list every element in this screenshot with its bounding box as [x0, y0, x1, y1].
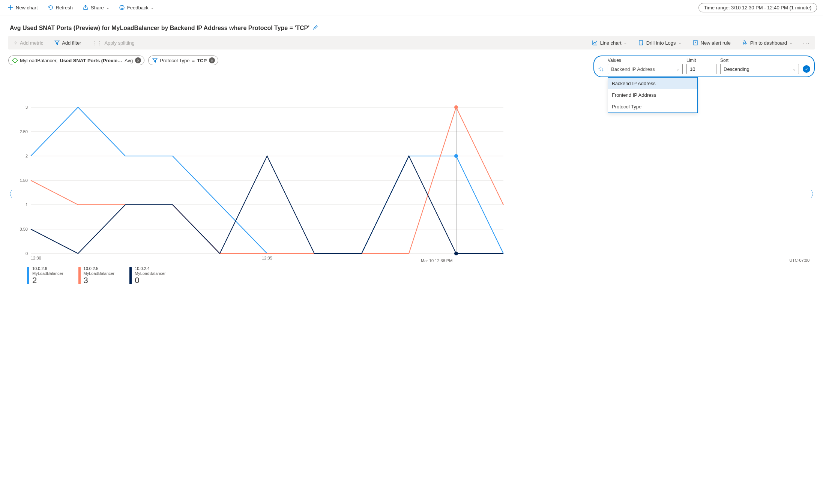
- split-option-protocol-type[interactable]: Protocol Type: [608, 101, 697, 112]
- add-metric-label: Add metric: [20, 40, 43, 46]
- values-label: Values: [608, 58, 683, 63]
- svg-point-7: [601, 67, 602, 68]
- chevron-down-icon: ⌄: [789, 41, 792, 45]
- legend-item[interactable]: 10.0.2.6 MyLoadBalancer 2: [27, 266, 63, 285]
- legend-resource: MyLoadBalancer: [84, 271, 115, 276]
- smiley-icon: [119, 4, 125, 10]
- remove-metric-button[interactable]: ✕: [135, 57, 141, 63]
- svg-text:1.50: 1.50: [20, 178, 28, 183]
- svg-text:3: 3: [26, 105, 28, 110]
- legend-series-name: 10.0.2.5: [84, 266, 115, 271]
- metric-resource: MyLoadBalancer,: [20, 58, 57, 63]
- metric-agg: Avg: [125, 58, 133, 63]
- legend-item[interactable]: 10.0.2.4 MyLoadBalancer 0: [129, 266, 166, 285]
- chart-type-button[interactable]: Line chart ⌄: [590, 38, 629, 47]
- chart-title: Avg Used SNAT Ports (Preview) for MyLoad…: [10, 25, 309, 32]
- chevron-down-icon: ⌄: [793, 67, 796, 71]
- chevron-down-icon: ⌄: [106, 6, 109, 10]
- time-range-picker[interactable]: Time range: 3/10 12:30 PM - 12:40 PM (1 …: [698, 3, 817, 12]
- add-filter-button[interactable]: Add filter: [52, 39, 83, 47]
- pin-dashboard-button[interactable]: Pin to dashboard ⌄: [740, 38, 794, 47]
- feedback-label: Feedback: [127, 5, 149, 10]
- svg-point-29: [454, 105, 458, 109]
- drill-logs-button[interactable]: Drill into Logs ⌄: [636, 38, 683, 47]
- new-alert-label: New alert rule: [701, 40, 731, 46]
- chart-plot[interactable]: 〈 〉 00.5011.5022.50312:3012:35 Mar 10 12…: [8, 104, 815, 285]
- legend-series-name: 10.0.2.6: [32, 266, 63, 271]
- time-range-label: Time range: 3/10 12:30 PM - 12:40 PM (1 …: [704, 5, 811, 10]
- pills-row: MyLoadBalancer, Used SNAT Ports (Previe……: [8, 56, 815, 77]
- share-icon: [83, 4, 89, 10]
- legend-swatch: [78, 267, 81, 284]
- line-chart-svg: 00.5011.5022.50312:3012:35: [8, 104, 511, 265]
- split-values-field: Values Backend IP Address ⌄ Backend IP A…: [608, 58, 683, 74]
- apply-split-button[interactable]: ✓: [803, 65, 810, 73]
- svg-point-9: [602, 69, 603, 70]
- new-chart-button[interactable]: New chart: [6, 2, 39, 13]
- split-option-frontend-ip[interactable]: Frontend IP Address: [608, 89, 697, 101]
- sort-label: Sort: [720, 58, 799, 63]
- svg-point-28: [454, 154, 458, 158]
- svg-text:12:30: 12:30: [31, 256, 41, 260]
- new-alert-button[interactable]: New alert rule: [690, 38, 733, 47]
- share-button[interactable]: Share ⌄: [81, 2, 111, 13]
- svg-text:2: 2: [26, 154, 28, 158]
- pin-dashboard-label: Pin to dashboard: [750, 40, 787, 46]
- svg-point-10: [602, 70, 604, 72]
- chart-legend: 10.0.2.6 MyLoadBalancer 2 10.0.2.5 MyLoa…: [8, 265, 815, 285]
- edit-title-button[interactable]: [312, 24, 318, 32]
- svg-text:12:35: 12:35: [262, 256, 272, 260]
- legend-item[interactable]: 10.0.2.5 MyLoadBalancer 3: [78, 266, 115, 285]
- split-icon: ⋮⋮: [92, 40, 102, 46]
- svg-point-1: [121, 7, 122, 8]
- split-values-menu: Backend IP Address Frontend IP Address P…: [608, 77, 698, 113]
- svg-text:2.50: 2.50: [20, 129, 28, 134]
- svg-text:1: 1: [26, 202, 28, 207]
- logs-icon: [638, 40, 644, 46]
- svg-point-30: [454, 252, 458, 255]
- top-toolbar: New chart Refresh Share ⌄ Feedback ⌄ Tim…: [0, 0, 823, 15]
- split-scatter-icon: [598, 66, 604, 72]
- legend-resource: MyLoadBalancer: [32, 271, 63, 276]
- chevron-down-icon: ⌄: [676, 67, 679, 71]
- split-sort-dropdown[interactable]: Descending ⌄: [720, 64, 799, 74]
- legend-resource: MyLoadBalancer: [135, 271, 166, 276]
- sparkle-icon: ✧: [14, 40, 18, 46]
- drill-logs-label: Drill into Logs: [646, 40, 676, 46]
- svg-point-2: [122, 7, 123, 8]
- remove-filter-button[interactable]: ✕: [209, 57, 215, 63]
- split-sort-value: Descending: [724, 66, 749, 72]
- legend-value: 0: [135, 276, 166, 285]
- split-sort-field: Sort Descending ⌄: [720, 58, 799, 74]
- svg-rect-5: [12, 58, 18, 63]
- filter-val: TCP: [197, 58, 207, 63]
- chevron-down-icon: ⌄: [624, 41, 627, 45]
- split-config: Values Backend IP Address ⌄ Backend IP A…: [593, 56, 815, 77]
- apply-splitting-button[interactable]: ⋮⋮ Apply splitting: [90, 39, 137, 47]
- line-chart-icon: [592, 40, 598, 46]
- prev-chart-button[interactable]: 〈: [5, 189, 13, 200]
- split-values-dropdown[interactable]: Backend IP Address ⌄: [608, 64, 683, 74]
- metric-pill[interactable]: MyLoadBalancer, Used SNAT Ports (Previe……: [8, 56, 144, 65]
- svg-point-0: [120, 5, 124, 10]
- filter-op: =: [192, 58, 195, 63]
- legend-series-name: 10.0.2.4: [135, 266, 166, 271]
- filter-icon: [54, 40, 60, 45]
- alert-icon: [692, 40, 698, 46]
- chevron-down-icon: ⌄: [151, 6, 154, 10]
- refresh-button[interactable]: Refresh: [46, 2, 75, 13]
- next-chart-button[interactable]: 〉: [810, 189, 818, 200]
- chart-title-row: Avg Used SNAT Ports (Preview) for MyLoad…: [10, 24, 815, 32]
- limit-label: Limit: [686, 58, 716, 63]
- pin-icon: [742, 40, 748, 46]
- split-limit-input[interactable]: [686, 64, 716, 74]
- feedback-button[interactable]: Feedback ⌄: [117, 2, 155, 13]
- svg-text:0.50: 0.50: [20, 227, 28, 231]
- add-metric-button[interactable]: ✧ Add metric: [11, 39, 45, 47]
- split-option-backend-ip[interactable]: Backend IP Address: [608, 78, 697, 89]
- split-values-selected: Backend IP Address: [611, 66, 655, 72]
- svg-point-8: [600, 70, 601, 71]
- filter-pill[interactable]: Protocol Type = TCP ✕: [148, 56, 218, 65]
- new-chart-label: New chart: [16, 5, 38, 10]
- more-button[interactable]: ⋯: [801, 39, 812, 47]
